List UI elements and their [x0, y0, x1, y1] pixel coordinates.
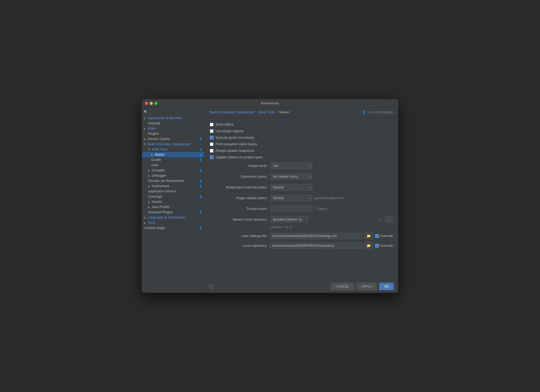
- sidebar-item-java-profiler[interactable]: ▶ Java Profiler: [142, 204, 204, 210]
- update-indices-label: Update indices on project open: [216, 155, 262, 159]
- output-level-label: Output level:: [210, 164, 267, 168]
- user-settings-override-group: Override: [375, 234, 393, 238]
- always-update-checkbox[interactable]: [210, 149, 213, 153]
- close-button[interactable]: [145, 102, 148, 105]
- arrow-icon: ▶: [148, 185, 150, 188]
- print-exceptions-checkbox[interactable]: [210, 142, 213, 146]
- breadcrumb-part1[interactable]: Build, Execution, Deployment: [210, 110, 254, 114]
- checksum-control: No Global Policy Fail Warn Ignore: [271, 173, 393, 180]
- user-settings-input[interactable]: [269, 233, 362, 239]
- local-repo-input[interactable]: [269, 243, 362, 249]
- sidebar-item-maven[interactable]: ▶ Maven 👤: [142, 152, 204, 157]
- use-plugin-registry-row: Use plugin registry: [210, 128, 393, 134]
- bottom-bar: ? CANCEL APPLY OK: [205, 280, 398, 293]
- work-offline-row: Work offline: [210, 121, 393, 128]
- multiproject-row: Multiproject build fail policy: Default …: [210, 182, 393, 193]
- sidebar-item-languages[interactable]: ▶ Languages & Frameworks: [142, 215, 204, 220]
- cancel-button[interactable]: CANCEL: [331, 283, 355, 290]
- sidebar-item-plugins[interactable]: Plugins: [142, 131, 204, 136]
- sidebar-item-build-exec[interactable]: ▶ Build, Execution, Deployment: [142, 142, 204, 147]
- thread-count-input[interactable]: [271, 205, 312, 212]
- update-indices-checkbox[interactable]: [210, 155, 213, 159]
- search-bar: 🔍: [142, 109, 204, 115]
- apply-button[interactable]: APPLY: [356, 283, 377, 290]
- search-icon: 🔍: [144, 110, 148, 114]
- sidebar-item-editor[interactable]: ▶ Editor: [142, 126, 204, 131]
- sidebar-item-coverage[interactable]: Coverage 👤: [142, 194, 204, 199]
- user-settings-browse-button[interactable]: 📁: [364, 233, 373, 239]
- arrow-icon: ▶: [148, 200, 150, 203]
- sidebar-item-debugger[interactable]: ▶ Debugger: [142, 173, 204, 178]
- output-level-row: Output level: Info Error Debug Trace: [210, 160, 393, 171]
- person-icon: 👤: [362, 110, 366, 114]
- main-content: 🔍 ▶ Appearance & Behavior Keymap ▶ Edit: [142, 108, 398, 293]
- sidebar-item-gant[interactable]: Gant: [142, 163, 204, 168]
- sidebar-item-appearance[interactable]: ▶ Appearance & Behavior: [142, 115, 204, 121]
- sidebar-item-app-servers[interactable]: Application Servers: [142, 189, 204, 194]
- plugin-update-row: Plugin update policy: Default Update For…: [210, 193, 393, 203]
- maximize-button[interactable]: [154, 102, 158, 105]
- breadcrumb-right: 👤 For current project: [362, 110, 393, 114]
- ok-button[interactable]: OK: [379, 283, 394, 290]
- sidebar-item-keymap[interactable]: Keymap: [142, 121, 204, 126]
- sidebar-item-deployment[interactable]: ▶ Deployment 👤: [142, 183, 204, 189]
- local-repo-row: Local repository: 📁 Override: [210, 241, 393, 250]
- arrow-icon: ▶: [148, 174, 150, 177]
- maven-home-browse-button[interactable]: ···: [385, 216, 393, 223]
- person-icon: 👤: [199, 211, 202, 214]
- multiproject-select[interactable]: Default Fail at End Fail Fast No Fail: [271, 184, 312, 191]
- multiproject-control: Default Fail at End Fail Fast No Fail: [271, 184, 393, 191]
- content-area: Build, Execution, Deployment › Build Too…: [205, 108, 398, 293]
- execute-goals-checkbox[interactable]: [210, 136, 213, 139]
- arrow-icon: ▶: [144, 117, 146, 120]
- for-project-label: For current project: [367, 110, 393, 114]
- sidebar-item-remote-jar[interactable]: Remote Jar Repositories 👤: [142, 178, 204, 183]
- local-repo-override-checkbox[interactable]: [375, 244, 379, 248]
- sidebar: 🔍 ▶ Appearance & Behavior Keymap ▶ Edit: [142, 108, 205, 293]
- plugin-update-select[interactable]: Default Update Force Update Do Not Updat…: [271, 195, 312, 201]
- sidebar-item-gradle[interactable]: Gradle 👤: [142, 157, 204, 163]
- thread-count-hint: -T option: [314, 207, 327, 211]
- output-level-select[interactable]: Info Error Debug Trace: [271, 163, 312, 169]
- use-plugin-registry-checkbox[interactable]: [210, 129, 213, 133]
- maven-home-select[interactable]: Bundled (Maven 3) Custom: [271, 216, 308, 223]
- arrow-icon: ▶: [144, 143, 147, 145]
- maven-home-select-wrapper: Bundled (Maven 3) Custom: [271, 216, 382, 223]
- thread-count-row: Thread count: -T option: [210, 203, 393, 214]
- plugin-update-control: Default Update Force Update Do Not Updat…: [271, 195, 393, 201]
- breadcrumb-nav: Build, Execution, Deployment › Build Too…: [210, 110, 289, 114]
- breadcrumb: Build, Execution, Deployment › Build Too…: [205, 108, 398, 117]
- breadcrumb-sep1: ›: [256, 110, 257, 114]
- checksum-policy-row: Checksum policy: No Global Policy Fail W…: [210, 171, 393, 182]
- arrow-icon: ▶: [144, 138, 146, 141]
- person-icon: 👤: [199, 227, 202, 229]
- work-offline-checkbox[interactable]: [210, 123, 213, 126]
- maven-version: (Version: 3.6.1): [210, 225, 393, 231]
- sidebar-item-vcs[interactable]: ▶ Version Control 👤: [142, 136, 204, 142]
- sidebar-item-build-tools[interactable]: ▶ Build Tools 👤: [142, 147, 204, 152]
- print-exceptions-row: Print exception stack traces: [210, 141, 393, 147]
- multiproject-select-wrapper: Default Fail at End Fail Fast No Fail: [271, 184, 312, 191]
- execute-goals-row: Execute goals recursively: [210, 134, 393, 141]
- person-icon: 👤: [199, 138, 202, 141]
- breadcrumb-sep2: ›: [277, 110, 278, 114]
- sidebar-item-required-plugins[interactable]: Required Plugins 👤: [142, 210, 204, 215]
- help-button[interactable]: ?: [209, 284, 213, 289]
- checksum-select[interactable]: No Global Policy Fail Warn Ignore: [271, 173, 312, 180]
- sidebar-item-tools[interactable]: ▶ Tools: [142, 220, 204, 225]
- sidebar-item-compiler[interactable]: ▶ Compiler 👤: [142, 168, 204, 173]
- arrow-icon: ▶: [148, 148, 151, 150]
- always-update-row: Always update snapshots: [210, 147, 393, 154]
- plugin-update-hint: ignored by Maven 3+: [314, 196, 344, 200]
- settings-panel: Work offline Use plugin registry Execute…: [205, 117, 398, 280]
- breadcrumb-part2[interactable]: Build Tools: [258, 110, 275, 114]
- local-repo-browse-button[interactable]: 📁: [364, 242, 373, 249]
- person-icon: 👤: [199, 159, 202, 161]
- sidebar-item-docker[interactable]: ▶ Docker: [142, 199, 204, 204]
- user-settings-override-checkbox[interactable]: [375, 234, 379, 238]
- local-repo-override-label: Override: [380, 244, 393, 248]
- minimize-button[interactable]: [150, 102, 153, 105]
- output-level-control: Info Error Debug Trace: [271, 163, 393, 169]
- sidebar-item-lombok[interactable]: Lombok plugin 👤: [142, 225, 204, 231]
- arrow-icon: ▶: [151, 153, 153, 156]
